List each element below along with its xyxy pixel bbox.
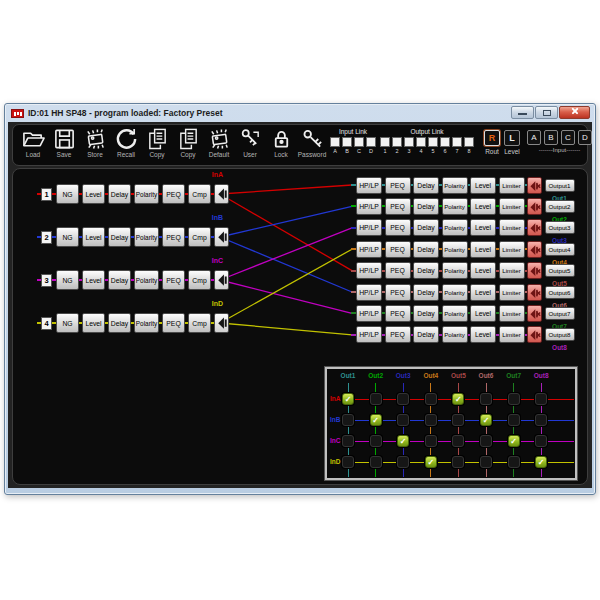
input-delay-button[interactable]: Delay [108, 184, 131, 204]
output-level-button[interactable]: Level [470, 262, 496, 279]
input-ng-button[interactable]: NG [56, 313, 79, 333]
input-ng-button[interactable]: NG [56, 227, 79, 247]
input-number-3[interactable]: 3 [41, 274, 52, 287]
tool-button-password-9[interactable]: Password [297, 127, 327, 158]
output-level-button[interactable]: Level [470, 241, 496, 258]
output-limiter-button[interactable]: Limiter [499, 284, 525, 301]
matrix-node-InA-Out2[interactable] [370, 393, 382, 405]
output-limiter-button[interactable]: Limiter [499, 305, 525, 322]
matrix-node-InD-Out5[interactable] [452, 456, 464, 468]
matrix-node-InC-Out4[interactable] [425, 435, 437, 447]
input-link-checkbox-A[interactable] [330, 137, 340, 147]
input-monitor-button[interactable] [214, 184, 229, 204]
matrix-node-InA-Out4[interactable] [425, 393, 437, 405]
input-cmp-button[interactable]: Cmp [188, 270, 211, 290]
output-peq-button[interactable]: PEQ [385, 241, 411, 258]
matrix-node-InD-Out6[interactable] [480, 456, 492, 468]
output-hplp-button[interactable]: HP/LP [356, 284, 382, 301]
output-limiter-button[interactable]: Limiter [499, 262, 525, 279]
output-polarity-button[interactable]: Polarity [442, 219, 468, 236]
input-cmp-button[interactable]: Cmp [188, 227, 211, 247]
output-mute-button[interactable] [527, 262, 542, 279]
output-peq-button[interactable]: PEQ [385, 326, 411, 343]
output-delay-button[interactable]: Delay [413, 305, 439, 322]
output-link-checkbox-6[interactable] [440, 137, 450, 147]
output-peq-button[interactable]: PEQ [385, 219, 411, 236]
matrix-node-InB-Out8[interactable] [535, 414, 547, 426]
output-polarity-button[interactable]: Polarity [442, 262, 468, 279]
maximize-button[interactable] [535, 106, 558, 119]
output-peq-button[interactable]: PEQ [385, 177, 411, 194]
output-limiter-button[interactable]: Limiter [499, 241, 525, 258]
output-limiter-button[interactable]: Limiter [499, 198, 525, 215]
matrix-node-InD-Out8[interactable]: ✓ [535, 456, 547, 468]
input-number-1[interactable]: 1 [41, 188, 52, 201]
input-delay-button[interactable]: Delay [108, 227, 131, 247]
input-polarity-button[interactable]: Polarity [134, 184, 159, 204]
input-cmp-button[interactable]: Cmp [188, 184, 211, 204]
matrix-node-InC-Out2[interactable] [370, 435, 382, 447]
input-link-checkbox-C[interactable] [354, 137, 364, 147]
output-peq-button[interactable]: PEQ [385, 305, 411, 322]
matrix-node-InA-Out1[interactable]: ✓ [342, 393, 354, 405]
input-peq-button[interactable]: PEQ [162, 270, 185, 290]
tool-button-copy-5[interactable]: Copy [173, 127, 203, 158]
output-limiter-button[interactable]: Limiter [499, 219, 525, 236]
output-mute-button[interactable] [527, 177, 542, 194]
output-level-button[interactable]: Level [470, 326, 496, 343]
matrix-node-InA-Out5[interactable]: ✓ [452, 393, 464, 405]
input-link-checkbox-B[interactable] [342, 137, 352, 147]
output-polarity-button[interactable]: Polarity [442, 177, 468, 194]
matrix-node-InA-Out3[interactable] [397, 393, 409, 405]
input-peq-button[interactable]: PEQ [162, 184, 185, 204]
tool-button-load-0[interactable]: Load [18, 127, 48, 158]
input-select-button-D[interactable]: D [578, 130, 592, 145]
output-delay-button[interactable]: Delay [413, 262, 439, 279]
output-name-button[interactable]: Output3 [545, 221, 575, 234]
matrix-node-InA-Out8[interactable] [535, 393, 547, 405]
output-peq-button[interactable]: PEQ [385, 284, 411, 301]
output-hplp-button[interactable]: HP/LP [356, 219, 382, 236]
output-mute-button[interactable] [527, 198, 542, 215]
tool-button-default-6[interactable]: Default [204, 127, 234, 158]
mode-button-rout[interactable]: R [484, 130, 500, 146]
matrix-node-InA-Out6[interactable] [480, 393, 492, 405]
matrix-node-InB-Out7[interactable] [508, 414, 520, 426]
matrix-node-InC-Out6[interactable] [480, 435, 492, 447]
output-level-button[interactable]: Level [470, 219, 496, 236]
output-delay-button[interactable]: Delay [413, 241, 439, 258]
matrix-node-InB-Out5[interactable] [452, 414, 464, 426]
input-peq-button[interactable]: PEQ [162, 227, 185, 247]
output-mute-button[interactable] [527, 284, 542, 301]
matrix-node-InD-Out1[interactable] [342, 456, 354, 468]
matrix-node-InD-Out4[interactable]: ✓ [425, 456, 437, 468]
output-mute-button[interactable] [527, 305, 542, 322]
input-select-button-C[interactable]: C [561, 130, 575, 145]
output-name-button[interactable]: Output6 [545, 286, 575, 299]
output-link-checkbox-5[interactable] [428, 137, 438, 147]
output-level-button[interactable]: Level [470, 177, 496, 194]
input-number-2[interactable]: 2 [41, 231, 52, 244]
output-link-checkbox-7[interactable] [452, 137, 462, 147]
matrix-node-InC-Out1[interactable] [342, 435, 354, 447]
output-link-checkbox-4[interactable] [416, 137, 426, 147]
input-level-button[interactable]: Level [82, 184, 105, 204]
output-delay-button[interactable]: Delay [413, 177, 439, 194]
matrix-node-InB-Out2[interactable]: ✓ [370, 414, 382, 426]
input-select-button-A[interactable]: A [527, 130, 541, 145]
matrix-node-InC-Out8[interactable] [535, 435, 547, 447]
tool-button-save-1[interactable]: Save [49, 127, 79, 158]
output-hplp-button[interactable]: HP/LP [356, 305, 382, 322]
input-monitor-button[interactable] [214, 227, 229, 247]
input-peq-button[interactable]: PEQ [162, 313, 185, 333]
matrix-node-InD-Out3[interactable] [397, 456, 409, 468]
output-mute-button[interactable] [527, 241, 542, 258]
matrix-node-InD-Out7[interactable] [508, 456, 520, 468]
output-level-button[interactable]: Level [470, 305, 496, 322]
input-level-button[interactable]: Level [82, 227, 105, 247]
input-ng-button[interactable]: NG [56, 184, 79, 204]
output-level-button[interactable]: Level [470, 284, 496, 301]
output-hplp-button[interactable]: HP/LP [356, 326, 382, 343]
input-delay-button[interactable]: Delay [108, 270, 131, 290]
tool-button-store-2[interactable]: Store [80, 127, 110, 158]
